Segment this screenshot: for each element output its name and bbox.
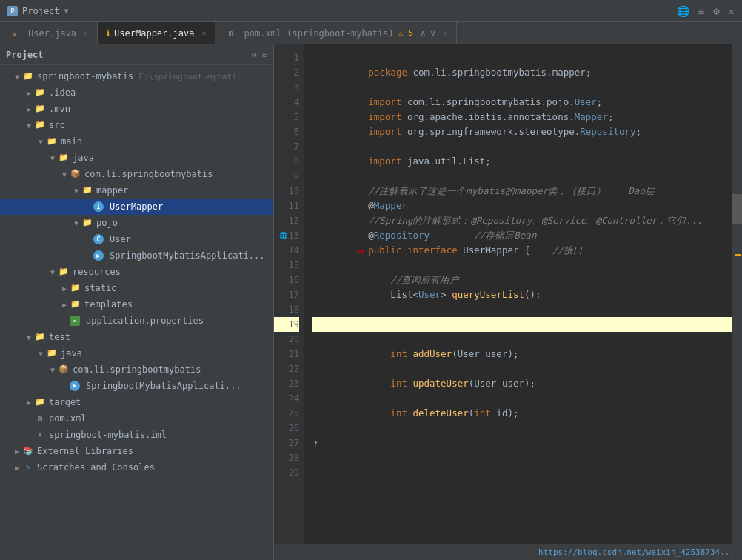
tab-usermapper-java-close[interactable]: ✕: [201, 29, 206, 37]
tree-item-test-java[interactable]: ▼ 📁 java: [0, 345, 273, 361]
appprops-icon: a: [70, 316, 80, 326]
usermapper-label: UserMapper: [110, 201, 273, 212]
appprops-label: application.properties: [86, 316, 273, 326]
java-folder-icon: 📁: [58, 152, 70, 164]
pojo-folder-icon: 📁: [81, 217, 93, 229]
tab-usermapper-java[interactable]: ℹ UserMapper.java ✕: [98, 22, 215, 44]
tab-user-java-close[interactable]: ✕: [84, 29, 88, 37]
tree-item-mvn[interactable]: ▶ 📁 .mvn: [0, 101, 273, 117]
app2-icon: ▶: [70, 381, 80, 391]
csdn-link[interactable]: https://blog.csdn.net/weixin_42538734...: [538, 547, 735, 557]
line-num-1: 1: [274, 50, 299, 65]
line-numbers: 1 2 3 4 5 6 7 8 9 10 11 12 🌐13 14 15 16 …: [274, 44, 304, 544]
test-com-li-label: com.li.springbootmybatis: [73, 364, 273, 375]
title-bar: P Project ▼ 🌐 ≡ ⚙ ✕: [0, 0, 742, 22]
usermapper-icon: I: [93, 201, 104, 212]
line-num-3: 3: [274, 80, 299, 95]
tree-item-springboot-app1[interactable]: ▶ SpringbootMybatisApplicati...: [0, 247, 273, 264]
tree-item-templates[interactable]: ▶ 📁 templates: [0, 296, 273, 313]
title-bar-controls: 🌐 ≡ ⚙ ✕: [677, 5, 735, 17]
java-label: java: [73, 153, 273, 163]
tree-item-idea[interactable]: ▶ 📁 .idea: [0, 84, 273, 101]
app1-label: SpringbootMybatisApplicati...: [110, 250, 273, 261]
tree-item-usermapper[interactable]: ➜ I UserMapper: [0, 199, 273, 215]
red-arrow-line14: ➜: [357, 244, 364, 259]
line-num-9: 9: [274, 169, 299, 184]
tree-item-test-com-li[interactable]: ▼ 📦 com.li.springbootmybatis: [0, 361, 273, 378]
tab-user-java[interactable]: ☕ User.java ✕: [0, 22, 98, 44]
tab-pom-xml[interactable]: m pom.xml (springboot-mybatis) ⚠ 5 ∧ ∨ ✕: [215, 22, 457, 44]
title-chevron: ▼: [64, 7, 69, 15]
code-area: 1 2 3 4 5 6 7 8 9 10 11 12 🌐13 14 15 16 …: [274, 44, 742, 560]
code-line-9: //注解表示了这是一个mybatis的mapper类；（接口） Dao层 ➜: [312, 169, 732, 184]
line-num-21: 21: [274, 347, 299, 361]
root-arrow: ▼: [12, 73, 22, 81]
scroll-thumb[interactable]: [732, 194, 742, 224]
tab-pom-nav-up[interactable]: ∧: [421, 28, 426, 39]
static-label: static: [84, 283, 273, 293]
sidebar-collapse-icon[interactable]: ⊟: [262, 50, 267, 59]
code-scroll[interactable]: 1 2 3 4 5 6 7 8 9 10 11 12 🌐13 14 15 16 …: [274, 44, 742, 544]
code-line-27: }: [312, 436, 732, 450]
code-line-4: import org.apache.ibatis.annotations.Map…: [312, 95, 732, 110]
line-num-16: 16: [274, 273, 299, 287]
tree-item-com-li[interactable]: ▼ 📦 com.li.springbootmybatis: [0, 166, 273, 182]
tab-pom-warning: ⚠ 5: [398, 28, 413, 38]
tree-item-test[interactable]: ▼ 📁 test: [0, 329, 273, 345]
line-num-28: 28: [274, 450, 299, 465]
project-icon: P: [7, 6, 18, 16]
test-arrow: ▼: [24, 333, 34, 341]
main-folder-icon: 📁: [46, 136, 58, 147]
tree-item-mapper[interactable]: ▼ 📁 mapper: [0, 182, 273, 199]
scroll-indicator[interactable]: [732, 44, 742, 544]
sidebar-gear-icon[interactable]: ⚙: [252, 50, 257, 59]
test-com-li-arrow: ▼: [47, 366, 58, 374]
line-num-22: 22: [274, 361, 299, 376]
mvn-folder-icon: 📁: [34, 103, 46, 115]
tree-item-target[interactable]: ▶ 📁 target: [0, 394, 273, 410]
code-line-21: [312, 347, 732, 361]
project-title: Project: [22, 6, 60, 16]
tab-pom-xml-close[interactable]: ✕: [443, 29, 447, 37]
idea-arrow: ▶: [24, 89, 34, 97]
test-java-label: java: [61, 348, 273, 359]
tree-item-user[interactable]: C User: [0, 231, 273, 247]
tree-item-springboot-app2[interactable]: ▶ SpringbootMybatisApplicati...: [0, 378, 273, 394]
code-line-11: //Spring的注解形式：@Repository、@Service、@Cont…: [312, 199, 732, 213]
tab-pom-nav-down[interactable]: ∨: [430, 28, 435, 39]
pomxml-label: pom.xml: [49, 413, 273, 424]
tree-item-static[interactable]: ▶ 📁 static: [0, 280, 273, 296]
line-num-18: 18: [274, 302, 299, 317]
line-num-11: 11: [274, 199, 299, 213]
code-line-24: int deleteUser(int id);: [312, 391, 732, 406]
tree-item-java[interactable]: ▼ 📁 java: [0, 150, 273, 166]
sidebar-title: Project: [6, 50, 44, 60]
tree-item-scratches[interactable]: ▶ ✎ Scratches and Consoles: [0, 459, 273, 476]
tree-root[interactable]: ▼ 📁 springboot-mybatis E:\springboot-myb…: [0, 68, 273, 84]
tab-usermapper-warning: ℹ: [107, 28, 110, 38]
mapper-arrow: ▼: [71, 187, 81, 195]
line-num-13: 🌐13: [274, 228, 299, 243]
globe-icon[interactable]: 🌐: [677, 5, 689, 17]
tree-item-pojo[interactable]: ▼ 📁 pojo: [0, 215, 273, 231]
tree-item-main[interactable]: ▼ 📁 main: [0, 133, 273, 150]
code-line-12: @Repository //存储层Bean ➜: [312, 213, 732, 228]
tree-item-resources[interactable]: ▼ 📁 resources: [0, 264, 273, 280]
tree-item-appprops[interactable]: a application.properties: [0, 313, 273, 329]
line-num-8: 8: [274, 154, 299, 169]
tree-item-src[interactable]: ▼ 📁 src: [0, 117, 273, 133]
code-line-15: //查询所有用户: [312, 258, 732, 273]
tree-item-pomxml[interactable]: m pom.xml: [0, 410, 273, 427]
code-line-19: [312, 317, 732, 332]
tree-item-external-libs[interactable]: ▶ 📚 External Libraries: [0, 443, 273, 459]
minimize-icon[interactable]: ≡: [698, 5, 704, 17]
root-label: springboot-mybatis E:\springboot-mybati.…: [37, 71, 273, 81]
code-line-23: [312, 376, 732, 391]
tree-item-iml[interactable]: ▪ springboot-mybatis.iml: [0, 427, 273, 443]
code-line-3: import com.li.springbootmybatis.pojo.Use…: [312, 80, 732, 95]
close-icon[interactable]: ✕: [729, 5, 735, 17]
title-bar-left: P Project ▼: [7, 6, 69, 16]
code-content[interactable]: package com.li.springbootmybatis.mapper;…: [304, 44, 732, 544]
settings-icon[interactable]: ⚙: [713, 5, 719, 17]
code-line-1: package com.li.springbootmybatis.mapper;: [312, 50, 732, 65]
